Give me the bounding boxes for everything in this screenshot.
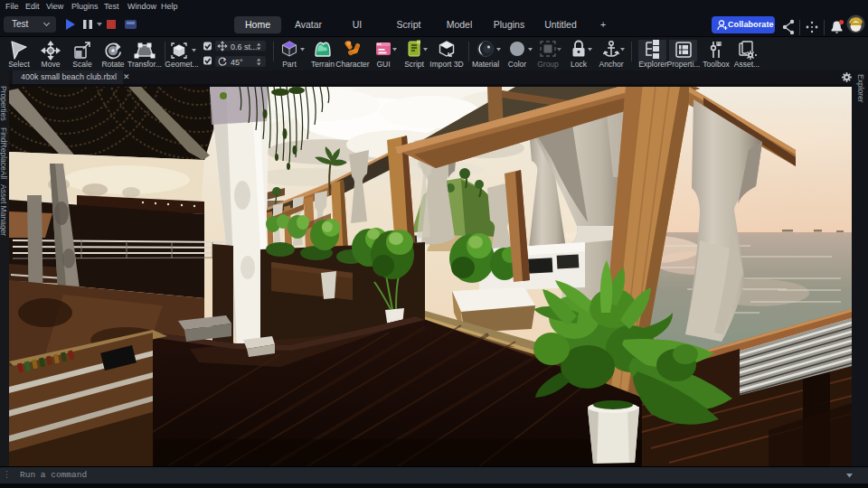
svg-text:45°: 45°: [231, 58, 243, 67]
svg-text:0.6 st...: 0.6 st...: [231, 42, 258, 52]
